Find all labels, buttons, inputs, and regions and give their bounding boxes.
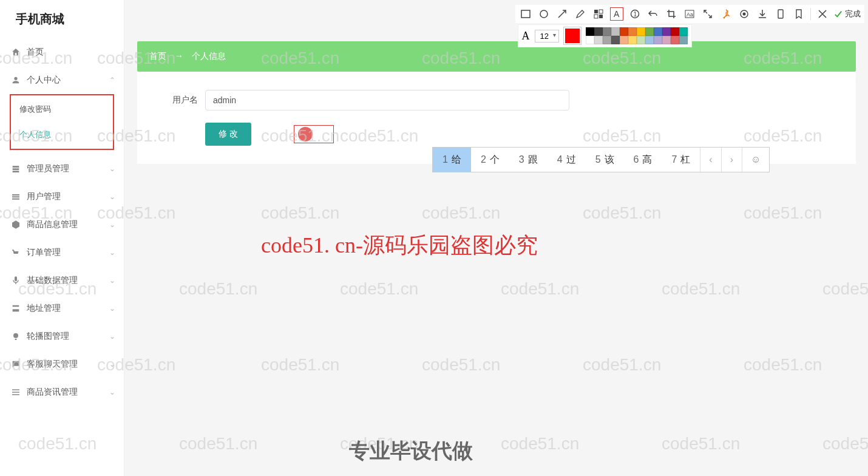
username-input[interactable] <box>205 90 569 110</box>
device-icon[interactable] <box>774 7 787 21</box>
arrow-tool-icon[interactable] <box>555 7 569 21</box>
ime-next[interactable]: › <box>721 148 742 172</box>
bulb-icon <box>11 332 21 341</box>
sidebar-item-orders[interactable]: 订单管理 ⌄ <box>0 239 124 267</box>
current-color-swatch[interactable] <box>564 27 581 44</box>
rect-tool-icon[interactable] <box>519 7 532 21</box>
ime-composition-box[interactable] <box>294 125 334 143</box>
ime-candidate-6[interactable]: 6高 <box>624 148 662 172</box>
close-icon[interactable] <box>816 7 829 21</box>
color-swatch[interactable] <box>586 36 594 44</box>
color-swatch[interactable] <box>679 36 688 44</box>
sidebar-item-admin[interactable]: 管理员管理 ⌄ <box>0 155 124 183</box>
color-swatch[interactable] <box>654 36 662 44</box>
color-swatch[interactable] <box>586 27 594 36</box>
text-tool-icon[interactable]: A <box>610 7 623 21</box>
color-swatch[interactable] <box>679 27 688 36</box>
color-swatch[interactable] <box>594 36 603 44</box>
color-swatch[interactable] <box>611 27 620 36</box>
ime-candidate-7[interactable]: 7杠 <box>662 148 700 172</box>
chevron-down-icon: ⌄ <box>109 304 115 313</box>
svg-point-2 <box>540 10 548 18</box>
color-swatch[interactable] <box>637 27 645 36</box>
sidebar-item-basedata[interactable]: 基础数据管理 ⌄ <box>0 267 124 294</box>
svg-rect-3 <box>594 10 598 13</box>
watermark: code51.cn <box>744 355 822 375</box>
sidebar-label: 管理员管理 <box>27 163 69 174</box>
ime-candidate-4[interactable]: 4过 <box>548 148 586 172</box>
sidebar-item-address[interactable]: 地址管理 ⌄ <box>0 294 124 322</box>
watermark-bottom: 专业毕设代做 <box>349 437 473 465</box>
ime-candidate-5[interactable]: 5该 <box>586 148 624 172</box>
color-swatch[interactable] <box>654 27 662 36</box>
ime-candidate-2[interactable]: 2个 <box>471 148 509 172</box>
crop-icon[interactable] <box>665 7 678 21</box>
ime-candidate-3[interactable]: 3跟 <box>509 148 548 172</box>
color-swatch[interactable] <box>620 27 628 36</box>
sidebar-label: 用户管理 <box>27 191 61 202</box>
color-swatch[interactable] <box>671 27 679 36</box>
watermark: code51.cn <box>662 279 740 299</box>
chevron-down-icon: ⌄ <box>109 248 115 257</box>
download-icon[interactable] <box>756 7 769 21</box>
record-icon[interactable] <box>737 7 751 21</box>
sidebar-label: 客服聊天管理 <box>27 359 78 370</box>
watermark: code51.cn <box>583 355 661 375</box>
font-icon: A <box>522 30 530 42</box>
pin-icon[interactable] <box>719 7 733 21</box>
user-icon <box>11 75 21 85</box>
sidebar-item-carousel[interactable]: 轮播图管理 ⌄ <box>0 322 124 350</box>
pen-tool-icon[interactable] <box>574 7 587 21</box>
color-swatch[interactable] <box>628 36 637 44</box>
watermark: code51.cn <box>340 434 418 454</box>
expand-icon[interactable] <box>701 7 714 21</box>
color-swatch[interactable] <box>603 27 611 36</box>
main-content: 首页 → 个人信息 用户名 修 改 <box>137 41 856 164</box>
ime-prev[interactable]: ‹ <box>700 148 721 172</box>
color-swatch[interactable] <box>594 27 603 36</box>
sidebar-item-home[interactable]: 首页 <box>0 38 124 66</box>
submit-button[interactable]: 修 改 <box>205 123 251 146</box>
sidebar-subitem-personal[interactable]: 个人信息 <box>11 122 113 148</box>
undo-icon[interactable] <box>646 7 660 21</box>
color-swatch[interactable] <box>645 27 654 36</box>
breadcrumb-arrow: → <box>175 51 183 61</box>
ime-emoji[interactable]: ☺ <box>742 148 769 172</box>
color-swatch[interactable] <box>645 36 654 44</box>
color-swatch[interactable] <box>637 36 645 44</box>
bookmark-icon[interactable] <box>792 7 805 21</box>
mosaic-tool-icon[interactable] <box>592 7 605 21</box>
sidebar: 手机商城 首页 个人中心 ⌃ 修改密码 个人信息 管理员管理 ⌄ 用户管理 ⌄ … <box>0 0 124 476</box>
sidebar-item-products[interactable]: 商品信息管理 ⌄ <box>0 211 124 239</box>
ime-candidate-1[interactable]: 1给 <box>433 148 471 172</box>
sidebar-subitem-password[interactable]: 修改密码 <box>11 97 113 122</box>
color-swatch[interactable] <box>603 36 611 44</box>
home-icon <box>11 47 21 57</box>
sidebar-label: 个人中心 <box>27 75 61 86</box>
chat-icon <box>11 359 21 369</box>
watermark: code51.cn <box>501 279 579 299</box>
users-icon <box>11 192 21 202</box>
sidebar-item-profile[interactable]: 个人中心 ⌃ <box>0 66 124 94</box>
counter-tool-icon[interactable]: 1 <box>628 7 642 21</box>
breadcrumb-home[interactable]: 首页 <box>149 51 166 61</box>
check-icon <box>834 10 843 18</box>
color-swatch[interactable] <box>662 36 671 44</box>
svg-rect-6 <box>599 15 603 18</box>
color-swatch[interactable] <box>662 27 671 36</box>
sidebar-label: 基础数据管理 <box>27 275 78 286</box>
svg-rect-5 <box>594 15 598 18</box>
sidebar-item-news[interactable]: 商品资讯管理 ⌄ <box>0 378 124 406</box>
circle-tool-icon[interactable] <box>537 7 551 21</box>
font-size-select[interactable]: 12 <box>535 30 559 42</box>
finish-button[interactable]: 完成 <box>834 8 861 19</box>
color-swatch[interactable] <box>611 36 620 44</box>
watermark: code51.cn <box>662 434 740 454</box>
sidebar-item-chat[interactable]: 客服聊天管理 ⌄ <box>0 350 124 378</box>
color-swatch[interactable] <box>628 27 637 36</box>
sidebar-item-users[interactable]: 用户管理 ⌄ <box>0 183 124 211</box>
color-swatch[interactable] <box>620 36 628 44</box>
svg-rect-1 <box>521 10 530 18</box>
color-swatch[interactable] <box>671 36 679 44</box>
ocr-icon[interactable]: Aa <box>683 7 696 21</box>
